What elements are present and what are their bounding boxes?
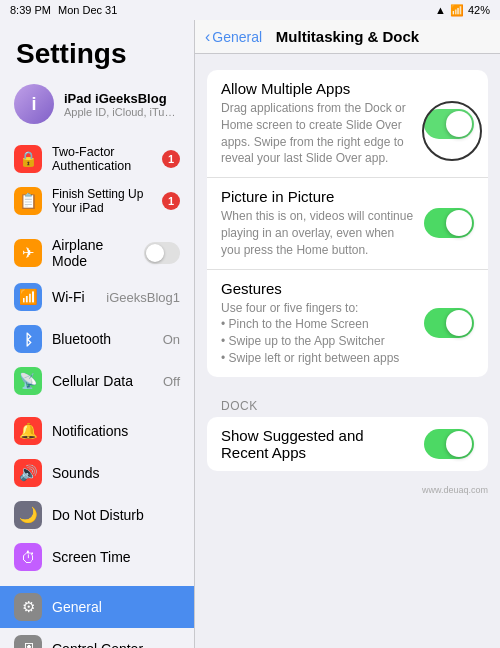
gestures-toggle[interactable] bbox=[424, 308, 474, 338]
allow-multiple-content: Allow Multiple Apps Drag applications fr… bbox=[221, 80, 414, 167]
bluetooth-icon: ᛒ bbox=[14, 325, 42, 353]
wifi-value: iGeeksBlog1 bbox=[106, 290, 180, 305]
donotdisturb-label: Do Not Disturb bbox=[52, 507, 180, 523]
cellular-value: Off bbox=[163, 374, 180, 389]
status-icons: ▲ 📶 42% bbox=[435, 4, 490, 17]
allow-multiple-row: Allow Multiple Apps Drag applications fr… bbox=[207, 70, 488, 178]
sidebar: Settings i iPad iGeeksBlog Apple ID, iCl… bbox=[0, 20, 195, 648]
date: Mon Dec 31 bbox=[58, 4, 117, 16]
wifi-icon: ▲ bbox=[435, 4, 446, 16]
airplane-toggle[interactable] bbox=[144, 242, 180, 264]
sidebar-item-donotdisturb[interactable]: 🌙 Do Not Disturb bbox=[0, 494, 194, 536]
back-label: General bbox=[212, 29, 262, 45]
sidebar-item-sounds[interactable]: 🔊 Sounds bbox=[0, 452, 194, 494]
dock-section-label: DOCK bbox=[207, 391, 488, 417]
two-factor-icon: 🔒 bbox=[14, 145, 42, 173]
sidebar-item-controlcenter[interactable]: 🎛 Control Center bbox=[0, 628, 194, 648]
sidebar-item-general[interactable]: ⚙ General bbox=[0, 586, 194, 628]
donotdisturb-icon: 🌙 bbox=[14, 501, 42, 529]
two-factor-badge: 1 bbox=[162, 150, 180, 168]
profile-row[interactable]: i iPad iGeeksBlog Apple ID, iCloud, iTun… bbox=[0, 78, 194, 130]
back-arrow-icon: ‹ bbox=[205, 28, 210, 46]
gestures-title: Gestures bbox=[221, 280, 414, 297]
allow-multiple-toggle[interactable] bbox=[424, 109, 474, 139]
gestures-desc: Use four or five fingers to: • Pinch to … bbox=[221, 300, 414, 367]
sidebar-item-cellular[interactable]: 📡 Cellular Data Off bbox=[0, 360, 194, 402]
avatar: i bbox=[14, 84, 54, 124]
right-panel: ‹ General Multitasking & Dock Allow Mult… bbox=[195, 20, 500, 648]
finish-setup-label: Finish Setting Up Your iPad bbox=[52, 187, 152, 215]
profile-info: iPad iGeeksBlog Apple ID, iCloud, iTunes… bbox=[64, 91, 180, 118]
pip-toggle[interactable] bbox=[424, 208, 474, 238]
pip-content: Picture in Picture When this is on, vide… bbox=[221, 188, 414, 258]
right-content: Allow Multiple Apps Drag applications fr… bbox=[195, 54, 500, 648]
controlcenter-label: Control Center bbox=[52, 641, 180, 648]
pip-title: Picture in Picture bbox=[221, 188, 414, 205]
panel-title: Multitasking & Dock bbox=[276, 28, 419, 45]
profile-name: iPad iGeeksBlog bbox=[64, 91, 180, 106]
status-time: 8:39 PM Mon Dec 31 bbox=[10, 4, 117, 16]
bluetooth-value: On bbox=[163, 332, 180, 347]
sidebar-header: Settings bbox=[0, 20, 194, 78]
show-suggested-toggle[interactable] bbox=[424, 429, 474, 459]
gestures-row: Gestures Use four or five fingers to: • … bbox=[207, 270, 488, 377]
sidebar-item-wifi[interactable]: 📶 Wi-Fi iGeeksBlog1 bbox=[0, 276, 194, 318]
two-factor-label: Two-Factor Authentication bbox=[52, 145, 152, 173]
general-label: General bbox=[52, 599, 180, 615]
pip-row: Picture in Picture When this is on, vide… bbox=[207, 178, 488, 269]
allow-multiple-title: Allow Multiple Apps bbox=[221, 80, 414, 97]
general-icon: ⚙ bbox=[14, 593, 42, 621]
notifications-icon: 🔔 bbox=[14, 417, 42, 445]
sidebar-title: Settings bbox=[16, 38, 178, 70]
right-header: ‹ General Multitasking & Dock bbox=[195, 20, 500, 54]
wifi-label: Wi-Fi bbox=[52, 289, 96, 305]
notifications-label: Notifications bbox=[52, 423, 180, 439]
circle-hint bbox=[422, 101, 482, 161]
controlcenter-icon: 🎛 bbox=[14, 635, 42, 648]
settings-card-main: Allow Multiple Apps Drag applications fr… bbox=[207, 70, 488, 377]
sidebar-item-notifications[interactable]: 🔔 Notifications bbox=[0, 410, 194, 452]
sounds-label: Sounds bbox=[52, 465, 180, 481]
sidebar-item-two-factor[interactable]: 🔒 Two-Factor Authentication 1 bbox=[0, 138, 194, 180]
wifi-icon: 📶 bbox=[14, 283, 42, 311]
show-suggested-content: Show Suggested and Recent Apps bbox=[221, 427, 414, 461]
finish-setup-icon: 📋 bbox=[14, 187, 42, 215]
watermark: www.deuaq.com bbox=[207, 485, 488, 495]
settings-card-dock: Show Suggested and Recent Apps bbox=[207, 417, 488, 471]
sidebar-item-bluetooth[interactable]: ᛒ Bluetooth On bbox=[0, 318, 194, 360]
screentime-icon: ⏱ bbox=[14, 543, 42, 571]
cellular-icon: 📡 bbox=[14, 367, 42, 395]
back-button[interactable]: ‹ General bbox=[205, 28, 262, 46]
profile-sub: Apple ID, iCloud, iTunes & App St... bbox=[64, 106, 180, 118]
bluetooth-label: Bluetooth bbox=[52, 331, 153, 347]
airplane-icon: ✈ bbox=[14, 239, 42, 267]
battery-icon: 📶 bbox=[450, 4, 464, 17]
cellular-label: Cellular Data bbox=[52, 373, 153, 389]
pip-desc: When this is on, videos will continue pl… bbox=[221, 208, 414, 258]
sidebar-item-screentime[interactable]: ⏱ Screen Time bbox=[0, 536, 194, 578]
time: 8:39 PM bbox=[10, 4, 51, 16]
sounds-icon: 🔊 bbox=[14, 459, 42, 487]
screentime-label: Screen Time bbox=[52, 549, 180, 565]
finish-setup-badge: 1 bbox=[162, 192, 180, 210]
show-suggested-row: Show Suggested and Recent Apps bbox=[207, 417, 488, 471]
airplane-label: Airplane Mode bbox=[52, 237, 134, 269]
sidebar-item-finish-setup[interactable]: 📋 Finish Setting Up Your iPad 1 bbox=[0, 180, 194, 222]
show-suggested-title: Show Suggested and Recent Apps bbox=[221, 427, 414, 461]
app-window: 8:39 PM Mon Dec 31 ▲ 📶 42% Settings i iP… bbox=[0, 0, 500, 648]
sidebar-item-airplane[interactable]: ✈ Airplane Mode bbox=[0, 230, 194, 276]
gestures-content: Gestures Use four or five fingers to: • … bbox=[221, 280, 414, 367]
allow-multiple-desc: Drag applications from the Dock or Home … bbox=[221, 100, 414, 167]
status-bar: 8:39 PM Mon Dec 31 ▲ 📶 42% bbox=[0, 0, 500, 20]
battery-percent: 42% bbox=[468, 4, 490, 16]
